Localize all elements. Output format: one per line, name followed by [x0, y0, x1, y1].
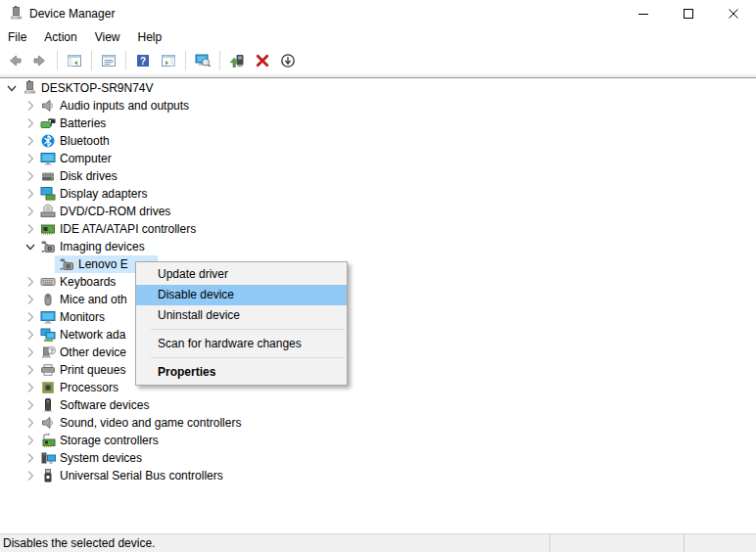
tree-item-universal-serial-bus-controllers[interactable]: Universal Serial Bus controllers — [0, 467, 756, 484]
toolbar-forward-button[interactable] — [28, 49, 52, 72]
tree-item-label: DESKTOP-SR9N74V — [41, 79, 154, 97]
toolbar-uninstall-device-button[interactable] — [251, 49, 274, 72]
toolbar-show-hide-action-pane-button[interactable] — [157, 49, 180, 72]
update-driver-icon — [229, 53, 245, 69]
chevron-collapsed-icon[interactable] — [23, 221, 38, 237]
maximize-button[interactable] — [666, 0, 711, 27]
toolbar-separator — [91, 51, 92, 70]
toolbar-properties-button[interactable] — [97, 49, 120, 72]
tree-item-audio-inputs-and-outputs[interactable]: Audio inputs and outputs — [0, 97, 756, 115]
tree-item-desktop-sr9n74v[interactable]: DESKTOP-SR9N74V — [0, 79, 756, 97]
back-icon — [7, 53, 23, 69]
tree-item-computer[interactable]: Computer — [0, 150, 756, 167]
menu-item-disable-device[interactable]: Disable device — [136, 285, 347, 305]
chevron-expanded-icon[interactable] — [4, 80, 20, 96]
chevron-collapsed-icon[interactable] — [23, 186, 38, 202]
chevron-collapsed-icon[interactable] — [23, 151, 38, 166]
tree-item-lenovo-e[interactable]: Lenovo E — [0, 255, 756, 273]
chevron-collapsed-icon[interactable] — [23, 168, 38, 184]
tree-item-dvd-cd-rom-drives[interactable]: DVD/CD-ROM drives — [0, 203, 756, 220]
toolbar-help-button[interactable]: ? — [131, 49, 155, 72]
titlebar[interactable]: Device Manager — [0, 0, 756, 27]
menu-action[interactable]: Action — [35, 28, 85, 46]
menu-file[interactable]: File — [8, 28, 35, 46]
tree-item-display-adapters[interactable]: Display adapters — [0, 185, 756, 203]
usb-icon — [40, 468, 56, 483]
chevron-collapsed-icon[interactable] — [23, 133, 38, 149]
chevron-collapsed-icon[interactable] — [23, 309, 38, 325]
monitor-icon — [40, 309, 56, 325]
menu-item-update-driver[interactable]: Update driver — [136, 264, 347, 285]
tree-item-label: Storage controllers — [60, 432, 159, 449]
disable-icon — [280, 53, 296, 69]
chevron-collapsed-icon[interactable] — [23, 98, 38, 114]
tree-item-network-ada[interactable]: Network ada — [0, 326, 756, 344]
tree-item-label: Mice and oth — [60, 291, 127, 308]
chevron-collapsed-icon[interactable] — [23, 204, 38, 219]
bluetooth-icon — [40, 133, 56, 149]
chevron-collapsed-icon[interactable] — [23, 433, 38, 448]
audio-icon — [40, 98, 56, 114]
tree-item-sound-video-and-game-controllers[interactable]: Sound, video and game controllers — [0, 414, 756, 432]
toolbar-separator — [125, 51, 126, 70]
tree-item-imaging-devices[interactable]: Imaging devices — [0, 238, 756, 255]
toolbar-separator — [57, 51, 58, 70]
chevron-collapsed-icon[interactable] — [23, 274, 38, 290]
tree-item-processors[interactable]: Processors — [0, 379, 756, 396]
menu-item-properties[interactable]: Properties — [136, 362, 347, 383]
tree-item-label: DVD/CD-ROM drives — [60, 203, 170, 220]
tree-item-mice-and-oth[interactable]: Mice and oth — [0, 291, 756, 308]
tree-item-label: IDE ATA/ATAPI controllers — [60, 220, 196, 238]
tree-item-label: Bluetooth — [60, 132, 110, 150]
tree-item-software-devices[interactable]: Software devices — [0, 396, 756, 414]
tree-item-batteries[interactable]: Batteries — [0, 115, 756, 132]
tree-item-system-devices[interactable]: System devices — [0, 449, 756, 467]
close-button[interactable] — [711, 0, 756, 27]
tree-item-storage-controllers[interactable]: Storage controllers — [0, 432, 756, 449]
context-menu-separator — [136, 326, 347, 334]
toolbar-scan-for-hardware-changes-button[interactable] — [191, 49, 214, 72]
statusbar-divider — [684, 534, 685, 552]
toolbar-disable-device-button[interactable] — [276, 49, 300, 72]
chevron-collapsed-icon[interactable] — [23, 362, 38, 378]
keyboard-icon — [40, 274, 56, 290]
tree-item-label: Processors — [60, 379, 118, 396]
tree-item-monitors[interactable]: Monitors — [0, 308, 756, 326]
chevron-collapsed-icon[interactable] — [23, 345, 38, 360]
chevron-collapsed-icon[interactable] — [23, 468, 38, 483]
menu-view[interactable]: View — [86, 28, 129, 46]
chevron-collapsed-icon[interactable] — [23, 292, 38, 307]
tree-item-other-device[interactable]: ?Other device — [0, 344, 756, 361]
chevron-collapsed-icon[interactable] — [23, 415, 38, 431]
tree-item-bluetooth[interactable]: Bluetooth — [0, 132, 756, 150]
menu-item-scan-for-hardware-changes[interactable]: Scan for hardware changes — [136, 334, 347, 354]
tree-item-ide-ata-atapi-controllers[interactable]: IDE ATA/ATAPI controllers — [0, 220, 756, 238]
sound-icon — [40, 415, 56, 431]
minimize-icon — [636, 6, 651, 22]
storage-icon — [40, 433, 56, 448]
tree-item-label: Print queues — [60, 361, 125, 379]
processor-icon — [40, 380, 56, 395]
tree-item-label: Keyboards — [60, 273, 116, 291]
toolbar-update-driver-button[interactable] — [225, 49, 249, 72]
chevron-collapsed-icon[interactable] — [23, 115, 38, 131]
chevron-collapsed-icon[interactable] — [23, 380, 38, 395]
tree-item-disk-drives[interactable]: Disk drives — [0, 167, 756, 185]
tree-item-keyboards[interactable]: Keyboards — [0, 273, 756, 291]
chevron-collapsed-icon[interactable] — [23, 327, 38, 343]
tree-item-print-queues[interactable]: Print queues — [0, 361, 756, 379]
mouse-icon — [40, 292, 56, 307]
chevron-collapsed-icon[interactable] — [23, 397, 38, 413]
chevron-collapsed-icon[interactable] — [23, 450, 38, 466]
toolbar-show-hide-console-tree-button[interactable] — [63, 49, 86, 72]
minimize-button[interactable] — [621, 0, 666, 27]
statusbar: Disables the selected device. — [0, 533, 756, 552]
toolbar-back-button[interactable] — [3, 49, 26, 72]
menu-item-uninstall-device[interactable]: Uninstall device — [136, 305, 347, 326]
menu-help[interactable]: Help — [129, 28, 171, 46]
scan-icon — [195, 53, 211, 69]
maximize-icon — [681, 6, 696, 22]
battery-icon — [40, 115, 56, 131]
network-icon — [40, 327, 56, 343]
chevron-expanded-icon[interactable] — [23, 239, 38, 254]
